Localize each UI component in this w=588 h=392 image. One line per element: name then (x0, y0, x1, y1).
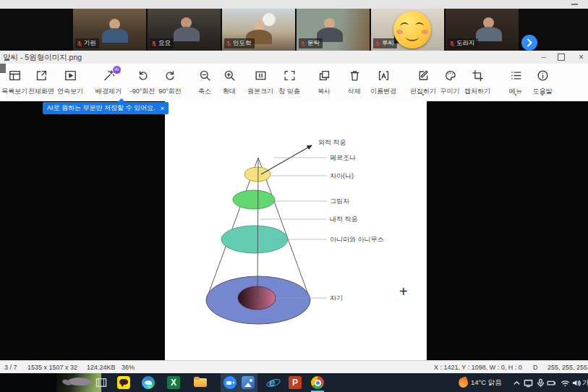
shadow-ellipse (233, 190, 275, 209)
minimize-dash-icon (571, 4, 578, 5)
toolbar-button-rename[interactable]: 이름변경 (367, 69, 400, 96)
menu-list-icon (509, 69, 523, 82)
open-image: 외적 적응 페르조나 자아(나) 그림자 내적 적응 아니마와 아니무스 자기 … (165, 101, 427, 360)
windows-taskbar: X e P (0, 373, 588, 392)
taskbar-app-alsee[interactable] (239, 373, 257, 392)
viewer-canvas[interactable]: 외적 적응 페르조나 자아(나) 그림자 내적 적응 아니마와 아니무스 자기 … (0, 101, 588, 360)
tray-display-icon[interactable] (524, 373, 533, 392)
tray-speaker-icon[interactable] (571, 373, 581, 392)
taskbar-app-chrome[interactable] (308, 373, 327, 392)
slideshow-icon (64, 69, 77, 82)
ai-feature-tooltip: AI로 원하는 부분만 저장할 수 있어요. × (43, 102, 169, 114)
original-size-icon (254, 69, 268, 82)
viewer-toolbar: 목록보기 전체화면 연속보기 AI 배경제거 -90°회전 90°회전 축소 (0, 64, 588, 101)
trash-icon (348, 69, 362, 82)
film-frame-icon (95, 378, 107, 388)
label-persona: 페르조나 (330, 154, 356, 161)
status-rgb-value: 255, 255, 255 (547, 364, 587, 371)
folder-icon (194, 376, 207, 389)
taskbar-app-edge[interactable] (139, 373, 158, 392)
help-info-icon (536, 69, 550, 82)
weather-widget[interactable]: 14°C 맑음 (459, 373, 502, 392)
self-ellipse (238, 286, 276, 310)
muted-mic-icon (449, 41, 455, 47)
rotate-right-icon (163, 69, 177, 82)
status-zoom-level: 36% (122, 364, 135, 371)
participant-tile[interactable]: 문탁 (297, 9, 370, 51)
toolbar-button-remove-background[interactable]: AI 배경제거 (92, 69, 125, 96)
taskbar-app-file-explorer[interactable] (191, 373, 210, 392)
tray-wifi-icon[interactable] (561, 373, 570, 392)
toolbar-button-rotate-right[interactable]: 90°회전 (153, 69, 187, 96)
viewer-status-bar: 3 / 7 1535 x 1507 x 32 124.24KB 36% X : … (0, 360, 588, 373)
crosshair-cursor: + (399, 284, 408, 300)
tray-show-hidden-icons[interactable] (512, 373, 521, 392)
powerpoint-icon: P (289, 376, 302, 389)
participant-tile[interactable]: 도라지 (446, 9, 519, 51)
label-ego: 자아(나) (330, 172, 354, 179)
ego-ellipse (244, 167, 270, 182)
ai-badge: AI (113, 66, 121, 74)
close-button[interactable]: × (579, 51, 584, 64)
desktop-screen: 기린 요요 인도학 (0, 0, 588, 392)
participant-name-badge: 도라지 (448, 38, 478, 48)
taskbar-app-excel[interactable]: X (164, 373, 183, 392)
crop-icon (471, 69, 485, 82)
smiling-emoji-reaction (393, 11, 431, 48)
rename-icon (377, 69, 391, 82)
internet-explorer-icon: e (266, 376, 279, 389)
viewer-title-bar[interactable]: 알씨 - 5원형이미지.png ─ × (0, 51, 588, 64)
participant-tile[interactable]: 인도학 (222, 9, 295, 51)
participant-name-badge: 인도학 (224, 38, 255, 48)
toolbar-button-slideshow[interactable]: 연속보기 (54, 69, 87, 96)
muted-mic-icon (375, 41, 380, 47)
fullscreen-icon (35, 69, 48, 82)
window-edge-fragment (0, 64, 6, 73)
participant-name-badge: 루씨 (373, 38, 397, 48)
microphone-icon (536, 378, 545, 388)
status-cursor-coordinates: X : 1421, Y : 1098, W : 0, H : 0 (434, 364, 522, 371)
copy-icon (318, 69, 331, 82)
taskbar-app-powerpoint[interactable]: P (286, 373, 304, 392)
palette-icon (443, 69, 457, 82)
psyche-cone-diagram: 외적 적응 페르조나 자아(나) 그림자 내적 적응 아니마와 아니무스 자기 (165, 101, 427, 360)
muted-mic-icon (226, 41, 231, 47)
participant-name-badge: 요요 (150, 38, 174, 48)
window-title: 알씨 - 5원형이미지.png (3, 53, 82, 63)
taskbar-app-kakaotalk[interactable] (114, 373, 133, 392)
participant-tile[interactable]: 기린 (73, 9, 146, 51)
toolbar-button-capture[interactable]: 캡처하기 (461, 69, 494, 96)
status-file-size: 124.24KB (87, 364, 116, 371)
minimize-button[interactable]: ─ (542, 51, 546, 64)
participant-name: 문탁 (307, 39, 320, 48)
tooltip-close-icon[interactable]: × (161, 105, 164, 112)
desktop-wallpaper-dark (0, 373, 56, 392)
participant-tile[interactable]: 요요 (148, 9, 221, 51)
muted-mic-icon (77, 41, 82, 47)
tray-battery-icon[interactable] (547, 373, 556, 392)
taskbar-app-task-view[interactable] (92, 373, 111, 392)
tray-ime-indicator[interactable]: 가 (582, 373, 588, 392)
next-participants-button[interactable] (521, 35, 537, 51)
rotate-left-icon (136, 69, 150, 82)
speaker-icon (571, 378, 581, 388)
tooltip-text: AI로 원하는 부분만 저장할 수 있어요. (47, 103, 155, 113)
maximize-button[interactable] (558, 51, 565, 64)
display-icon (524, 378, 533, 388)
status-image-dimensions: 1535 x 1507 x 32 (27, 364, 77, 371)
zoom-out-icon (198, 69, 212, 82)
label-inner-adaptation: 내적 적응 (330, 216, 358, 223)
toolbar-button-fit-window[interactable]: 창 맞춤 (273, 69, 306, 96)
wifi-icon (561, 378, 570, 388)
tray-microphone-icon[interactable] (536, 373, 545, 392)
taskbar-app-zoom[interactable] (221, 373, 239, 392)
chevron-up-icon (512, 378, 521, 388)
toolbar-button-zoom-in[interactable]: 확대 (213, 69, 246, 96)
list-view-icon (8, 69, 22, 82)
participant-name: 기린 (84, 39, 96, 48)
battery-icon (547, 378, 556, 388)
muted-mic-icon (300, 41, 306, 47)
toolbar-button-copy[interactable]: 복사 (307, 69, 341, 96)
taskbar-app-internet-explorer[interactable]: e (263, 373, 282, 392)
video-conference-strip: 기린 요요 인도학 (0, 9, 588, 51)
